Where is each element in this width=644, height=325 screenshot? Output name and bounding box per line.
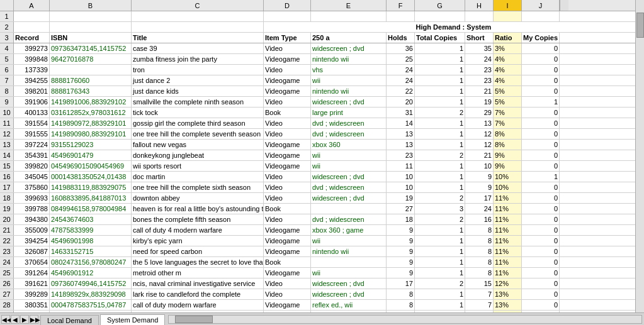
table-row[interactable]: 1634504500014381350524,01438doc martinVi… — [0, 172, 644, 182]
cell-F-7: 24 — [387, 75, 415, 85]
table-row[interactable]: 123915551419890980,883929101one tree hil… — [0, 129, 644, 140]
table-row[interactable]: 113915541419890972,883929101gossip girl … — [0, 118, 644, 129]
cell-I-22: 11% — [494, 236, 522, 246]
cell-J-11: 0 — [522, 118, 560, 128]
cell-D-25: Videogame — [264, 268, 311, 278]
table-row[interactable]: 183996931608833895,841887013downton abbe… — [0, 193, 644, 204]
cell-D-10: Book — [264, 107, 311, 118]
table-row[interactable]: 29301136841881046,078111039outlanderAudi… — [0, 311, 644, 312]
sheet-tab-1[interactable]: System Demand — [100, 314, 165, 326]
table-row[interactable]: 173758601419883119,883929075one tree hil… — [0, 182, 644, 193]
row-number: 19 — [0, 204, 14, 214]
cell-I-7: 4% — [494, 75, 522, 85]
table-row[interactable]: 26391621097360749946,1415752ncis, naval … — [0, 278, 644, 289]
table-row[interactable]: 2332608714633152715need for speed carbon… — [0, 246, 644, 257]
cell-F-18: 19 — [387, 193, 415, 203]
table-row[interactable]: 4399273097363473145,1415752case 39Videow… — [0, 43, 644, 54]
horizontal-scrollbar[interactable] — [168, 315, 642, 324]
row-number: 14 — [0, 150, 14, 160]
cell-B-6 — [50, 65, 132, 75]
cell-E-11: dvd ; widescreen — [311, 118, 387, 128]
sheet-tab-0[interactable]: Local Demand — [40, 315, 99, 326]
row-number: 9 — [0, 97, 14, 107]
cell-F-14: 23 — [387, 150, 415, 160]
table-row[interactable]: 539984896427016878zumba fitness join the… — [0, 54, 644, 65]
sheet-area: ABCDEFGHIJ 12High Demand : System3Record… — [0, 0, 644, 312]
cell-D-11: Video — [264, 118, 311, 128]
cell-F-20: 18 — [387, 214, 415, 224]
cell-J-18: 0 — [522, 193, 560, 203]
table-row[interactable]: 73942558888176060just dance 2Videogamewi… — [0, 75, 644, 86]
row-number: 7 — [0, 75, 14, 85]
table-row[interactable]: 243706540802473156,978080247the 5 love l… — [0, 257, 644, 268]
table-row[interactable]: 2838035100047875837515,04787call of duty… — [0, 300, 644, 311]
cell-A-7: 394255 — [14, 75, 50, 85]
cell-D-12: Video — [264, 129, 311, 139]
cell-D-7: Videogame — [264, 75, 311, 85]
cell-B-12: 1419890980,883929101 — [50, 129, 132, 139]
cell-F-13: 13 — [387, 140, 415, 150]
tab-nav-first[interactable]: ◀◀ — [1, 315, 10, 324]
tab-nav-next[interactable]: ▶ — [20, 315, 29, 324]
cell-H-16: 9 — [465, 172, 494, 182]
cell-H-14: 21 — [465, 150, 494, 160]
scrollbar-thumb[interactable] — [175, 316, 213, 323]
cell-I-19: 11% — [494, 204, 522, 214]
table-row[interactable]: 27399289141898929x,883929098lark rise to… — [0, 289, 644, 300]
col-header-J[interactable]: J — [522, 0, 560, 11]
table-row[interactable]: 2539126445496901912metroid other mVideog… — [0, 268, 644, 278]
table-row[interactable]: 193997880849946158,978004984heaven is fo… — [0, 204, 644, 214]
table-row[interactable]: 83982018888176343just dance kidsVideogam… — [0, 86, 644, 97]
table-row[interactable]: 153998200454969015090454969wii sports re… — [0, 161, 644, 172]
col-header-G[interactable]: G — [415, 0, 465, 11]
cell-J-25: 0 — [522, 268, 560, 278]
col-header-D[interactable]: D — [264, 0, 311, 11]
cell-F-10: 31 — [387, 107, 415, 118]
cell-B-17: 1419883119,883929075 — [50, 182, 132, 192]
cell-C-20: bones the complete fifth season — [132, 214, 264, 224]
table-row[interactable]: 1435439145496901479donkeykong junglebeat… — [0, 150, 644, 161]
tab-nav-last[interactable]: ▶▶ — [30, 315, 38, 324]
header-cell-E: 250 a — [311, 33, 387, 43]
cell-G-28: 1 — [415, 300, 465, 310]
cell-D-8: Videogame — [264, 86, 311, 96]
table-row[interactable]: 2039438024543674603bones the complete fi… — [0, 214, 644, 225]
cell-C-11: gossip girl the complete third season — [132, 118, 264, 128]
cell-H-11: 13 — [465, 118, 494, 128]
vertical-scrollbar[interactable] — [635, 0, 644, 312]
cell-I-8: 5% — [494, 86, 522, 96]
cell-I-12: 8% — [494, 129, 522, 139]
scrollbar-thumb-vertical[interactable] — [636, 13, 644, 38]
table-row[interactable]: 1339722493155129023fallout new vegasVide… — [0, 140, 644, 150]
cell-E-18: widescreen ; dvd — [311, 193, 387, 203]
cell-F-8: 22 — [387, 86, 415, 96]
row-number: 4 — [0, 43, 14, 53]
col-header-A[interactable]: A — [14, 0, 50, 11]
cell-I-25: 11% — [494, 268, 522, 278]
table-row[interactable]: 2135500947875833999call of duty 4 modern… — [0, 225, 644, 236]
table-row[interactable]: 6137339tronVideovhs241234%0 — [0, 65, 644, 75]
cell-E-26: widescreen ; dvd — [311, 278, 387, 289]
cell-E-17: dvd ; widescreen — [311, 182, 387, 192]
cell-D-4: Video — [264, 43, 311, 53]
tab-nav-prev[interactable]: ◀ — [11, 315, 20, 324]
cell-G-22: 1 — [415, 236, 465, 246]
cell-H-19: 24 — [465, 204, 494, 214]
col-header-H[interactable]: H — [465, 0, 494, 11]
cell-J-29: 0 — [522, 311, 560, 312]
cell-J-5: 0 — [522, 54, 560, 64]
table-row[interactable]: 93919061419891006,883929102smallville th… — [0, 97, 644, 107]
cell-J-27: 0 — [522, 289, 560, 299]
cell-C-7: just dance 2 — [132, 75, 264, 85]
col-header-I[interactable]: I — [494, 0, 522, 11]
col-header-B[interactable]: B — [50, 0, 132, 11]
col-header-E[interactable]: E — [311, 0, 387, 11]
table-row[interactable]: 2239425445496901998kirby's epic yarnVide… — [0, 236, 644, 246]
table-row[interactable]: 10400133031612852x,978031612tick tockBoo… — [0, 107, 644, 118]
cell-C-28: call of duty modern warfare — [132, 300, 264, 310]
cell-C-27: lark rise to candleford the complete — [132, 289, 264, 299]
col-header-F[interactable]: F — [387, 0, 415, 11]
cell-H-29: 6 — [465, 311, 494, 312]
col-header-C[interactable]: C — [132, 0, 264, 11]
cell-G-16: 1 — [415, 172, 465, 182]
